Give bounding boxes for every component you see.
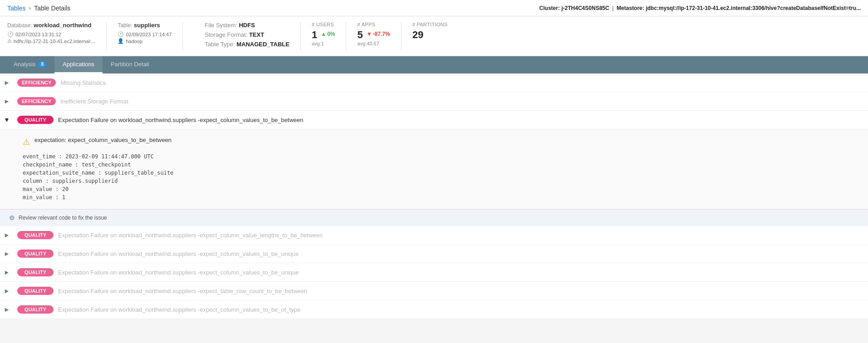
content-area: ► EFFICIENCY Missing Statistics ► EFFICI… [0,74,868,319]
row-toggle-1[interactable]: ► [0,74,14,92]
badge-quality-3: QUALITY [17,116,54,124]
row-body-7: QUALITY Expectation Failure on workload_… [14,282,868,299]
storage-row: Storage Format: TEXT [205,31,289,38]
detail-line-1: event_time : 2023-02-09 11:44:47.000 UTC [23,152,850,161]
row-toggle-7[interactable]: ► [0,282,14,300]
row-toggle-2[interactable]: ► [0,92,14,110]
row-toggle-5[interactable]: ► [0,245,14,263]
row-title-6: Expectation Failure on workload_northwin… [58,269,299,276]
breadcrumb: Tables » Table Details [7,5,70,12]
analysis-row-7: ► QUALITY Expectation Failure on workloa… [0,282,868,300]
analysis-row-3: ▼ QUALITY Expectation Failure on workloa… [0,111,868,129]
detail-lines: event_time : 2023-02-09 11:44:47.000 UTC… [23,152,850,201]
apps-stat: # APPS 5 ▼ -87.7% avg:40.67 [346,22,401,50]
table-label: Table: [118,22,132,29]
row-toggle-8[interactable]: ► [0,300,14,318]
cluster-info: Cluster: j-2TH4C4S0NS85C | Metastore: jd… [539,5,861,11]
detail-line-3: expectation_suite_name : suppliers_table… [23,169,850,177]
row-body-5: QUALITY Expectation Failure on workload_… [14,245,868,262]
row-title-3: Expectation Failure on workload_northwin… [58,117,304,123]
row-toggle-4[interactable]: ► [0,226,14,244]
apps-change: ▼ -87.7% [367,31,390,37]
users-stat: # USERS 1 ▲ 0% avg:1 [301,22,346,50]
database-value: workload_northwind [34,22,91,29]
analysis-row-4: ► QUALITY Expectation Failure on workloa… [0,226,868,245]
analysis-badge: 8 [38,61,46,67]
row-body-6: QUALITY Expectation Failure on workload_… [14,264,868,281]
tabs-bar: Analysis 8 Applications Partition Detail [0,56,868,74]
tab-analysis[interactable]: Analysis 8 [5,56,54,74]
users-change: ▲ 0% [321,31,335,37]
db-table-section: Database: workload_northwind 🕐 02/07/202… [7,22,107,50]
fix-label: Review relevant code to fix the issue [19,215,107,221]
badge-quality-7: QUALITY [17,287,54,295]
cluster-label: Cluster: [539,5,560,11]
row-body-8: QUALITY Expectation Failure on workload_… [14,301,868,318]
fix-icon: ⚙ [9,214,15,221]
table-type-row: Table Type: MANAGED_TABLE [205,41,289,48]
analysis-row-6: ► QUALITY Expectation Failure on workloa… [0,263,868,282]
expanded-detail: ⚠ expectation: expect_column_values_to_b… [0,129,868,209]
table-value: suppliers [134,22,160,29]
cluster-name: j-2TH4C4S0NS85C [561,5,609,11]
row-body-2: EFFICIENCY Inefficient Storage Format [14,93,868,110]
header-panel: Database: workload_northwind 🕐 02/07/202… [0,16,868,56]
analysis-row-2: ► EFFICIENCY Inefficient Storage Format [0,92,868,111]
badge-quality-8: QUALITY [17,305,54,314]
row-body-3: QUALITY Expectation Failure on workload_… [14,111,868,128]
top-bar: Tables » Table Details Cluster: j-2TH4C4… [0,0,868,16]
detail-line-2: checkpoint_name : test_checkpoint [23,161,850,169]
badge-quality-5: QUALITY [17,250,54,258]
row-title-7: Expectation Failure on workload_northwin… [58,288,307,294]
tab-partition-detail[interactable]: Partition Detail [103,56,157,74]
row-title-8: Expectation Failure on workload_northwin… [58,306,300,313]
fix-bar[interactable]: ⚙ Review relevant code to fix the issue [0,209,868,226]
badge-efficiency-1: EFFICIENCY [17,78,56,87]
db-date1: 🕐 02/07/2023 13:31:12 [7,31,95,37]
detail-line-6: min_value : 1 [23,193,850,201]
warning-icon: ⚠ [23,137,30,147]
fs-row: File System: HDFS [205,22,289,29]
badge-efficiency-2: EFFICIENCY [17,97,56,105]
tab-applications[interactable]: Applications [54,56,103,74]
row-toggle-6[interactable]: ► [0,263,14,281]
badge-quality-6: QUALITY [17,268,54,276]
metastore-value: jdbc:mysql://ip-172-31-10-41.ec2.interna… [646,5,861,11]
table-section: Table: suppliers 🕐 02/09/2023 17:14:47 👤… [118,22,183,50]
row-body-4: QUALITY Expectation Failure on workload_… [14,226,868,244]
analysis-row-5: ► QUALITY Expectation Failure on workloa… [0,245,868,263]
detail-line-4: column : suppliers.supplierid [23,177,850,185]
row-toggle-3[interactable]: ▼ [0,111,14,129]
partitions-stat: # PARTITIONS 29 [402,22,459,50]
analysis-row-1: ► EFFICIENCY Missing Statistics [0,74,868,92]
breadcrumb-tables[interactable]: Tables [7,5,25,12]
detail-line-5: max_value : 20 [23,185,850,193]
metastore-label: Metastore: [617,5,644,11]
row-body-1: EFFICIENCY Missing Statistics [14,74,868,91]
database-label: Database: [7,22,32,29]
filesystem-section: File System: HDFS Storage Format: TEXT T… [194,22,301,50]
row-title-4: Expectation Failure on workload_northwin… [58,232,323,239]
row-title-1: Missing Statistics [60,79,106,86]
analysis-row-8: ► QUALITY Expectation Failure on workloa… [0,300,868,319]
detail-warning-text: expectation: expect_column_values_to_be_… [34,137,172,143]
detail-warning: ⚠ expectation: expect_column_values_to_b… [23,137,850,147]
badge-quality-4: QUALITY [17,231,54,239]
db-location: ⚠ hdfs://ip-172-31-10-41.ec2.internal:..… [7,38,95,44]
table-date2: 🕐 02/09/2023 17:14:47 [118,31,172,37]
row-title-2: Inefficient Storage Format [60,98,128,105]
table-owner: 👤 hadoop [118,38,172,44]
breadcrumb-separator: » [28,5,31,11]
row-title-5: Expectation Failure on workload_northwin… [58,250,299,257]
breadcrumb-current: Table Details [34,5,70,12]
